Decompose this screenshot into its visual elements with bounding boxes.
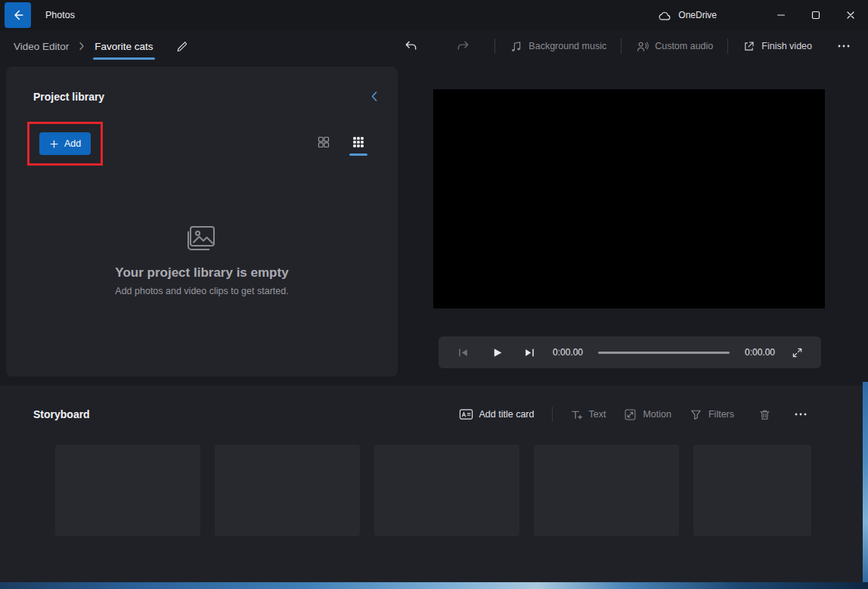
titlebar: Photos OneDrive	[0, 0, 868, 30]
ellipsis-icon	[794, 408, 808, 421]
toolbar-separator	[621, 39, 622, 54]
close-icon	[845, 9, 857, 21]
next-frame-icon	[523, 346, 536, 359]
filters-button[interactable]: Filters	[680, 405, 743, 424]
seek-track	[598, 352, 730, 354]
main-area: Project library Add	[0, 62, 868, 386]
empty-subtitle: Add photos and video clips to get starte…	[115, 286, 288, 296]
trash-icon	[758, 408, 771, 421]
add-title-card-label: Add title card	[479, 409, 535, 420]
custom-audio-label: Custom audio	[655, 41, 713, 51]
close-button[interactable]	[833, 0, 868, 30]
seek-slider[interactable]	[598, 346, 730, 358]
finish-video-label: Finish video	[761, 41, 812, 51]
chevron-left-icon	[370, 91, 378, 102]
project-name[interactable]: Favorite cats	[95, 30, 153, 62]
play-button[interactable]	[485, 343, 510, 362]
storyboard-placeholder	[693, 445, 811, 536]
empty-title: Your project library is empty	[115, 265, 288, 281]
text-label: Text	[589, 409, 606, 420]
back-arrow-icon	[11, 8, 25, 22]
player-bar: 0:00.00 0:00.00	[439, 336, 821, 368]
desktop-wallpaper-strip-right	[863, 382, 868, 582]
view-toggle-small-thumbnails[interactable]	[349, 132, 367, 156]
export-icon	[742, 40, 755, 53]
storyboard-section: Storyboard Add title card Text	[0, 386, 868, 582]
photos-app-window: Photos OneDrive	[0, 0, 868, 582]
motion-label: Motion	[643, 409, 671, 420]
grid-2x2-icon	[317, 135, 330, 149]
plus-icon	[49, 139, 59, 149]
storyboard-toolbar: Add title card Text Motion	[450, 405, 812, 424]
filters-label: Filters	[708, 409, 734, 420]
storyboard-more-button[interactable]	[789, 405, 812, 424]
rename-project-button[interactable]	[172, 37, 191, 56]
desktop-wallpaper-strip-bottom	[0, 582, 868, 589]
video-preview	[433, 89, 825, 308]
redo-icon	[456, 39, 470, 54]
next-frame-button[interactable]	[517, 343, 542, 362]
fullscreen-button[interactable]	[786, 344, 809, 361]
onedrive-status[interactable]: OneDrive	[657, 10, 717, 21]
ellipsis-icon	[837, 39, 851, 53]
motion-button[interactable]: Motion	[615, 405, 680, 424]
add-title-card-button[interactable]: Add title card	[450, 405, 544, 423]
project-name-underline	[93, 57, 154, 60]
previous-frame-button[interactable]	[451, 343, 476, 362]
toolbar-separator	[552, 407, 553, 422]
storyboard-placeholder	[55, 445, 200, 536]
onedrive-label: OneDrive	[678, 10, 717, 20]
view-toggle-large-thumbnails[interactable]	[315, 132, 333, 156]
text-icon	[570, 408, 583, 421]
annotation-highlight: Add	[27, 122, 103, 166]
project-library-title: Project library	[33, 91, 104, 103]
storyboard-title: Storyboard	[33, 408, 90, 420]
grid-3x3-icon	[352, 135, 365, 149]
delete-button[interactable]	[754, 405, 776, 424]
cloud-icon	[657, 10, 672, 21]
minimize-icon	[775, 9, 787, 21]
back-button[interactable]	[5, 2, 31, 28]
background-music-label: Background music	[529, 41, 606, 51]
app-title: Photos	[45, 10, 75, 20]
top-toolbar: Background music Custom audio Finish vid…	[397, 35, 857, 58]
maximize-icon	[810, 9, 822, 21]
background-music-button[interactable]: Background music	[504, 36, 612, 57]
breadcrumb-video-editor[interactable]: Video Editor	[14, 38, 69, 55]
expand-icon	[792, 347, 803, 358]
undo-button[interactable]	[397, 35, 425, 58]
window-controls	[764, 0, 868, 30]
add-button-label: Add	[64, 138, 81, 149]
storyboard-placeholder	[374, 445, 519, 536]
play-icon	[491, 346, 504, 359]
minimize-button[interactable]	[764, 0, 798, 30]
custom-audio-icon	[636, 40, 649, 53]
finish-video-button[interactable]: Finish video	[736, 36, 818, 57]
chevron-right-icon	[79, 42, 85, 51]
elapsed-time: 0:00.00	[553, 347, 583, 358]
storyboard-cards	[0, 445, 868, 536]
project-library-panel: Project library Add	[6, 67, 398, 377]
redo-button[interactable]	[449, 35, 477, 58]
music-note-icon	[510, 40, 522, 53]
motion-icon	[624, 408, 637, 421]
custom-audio-button[interactable]: Custom audio	[630, 36, 719, 57]
toolbar-separator	[727, 39, 728, 54]
storyboard-placeholder	[534, 445, 679, 536]
photo-placeholder-icon	[184, 223, 219, 253]
collapse-panel-button[interactable]	[367, 89, 381, 104]
project-name-label: Favorite cats	[95, 41, 153, 52]
view-toggles	[315, 132, 367, 156]
pencil-icon	[175, 40, 188, 53]
title-card-icon	[459, 408, 473, 420]
command-bar: Video Editor Favorite cats	[0, 30, 868, 62]
filters-icon	[690, 408, 702, 421]
undo-icon	[404, 39, 418, 54]
total-time: 0:00.00	[745, 347, 775, 358]
maximize-button[interactable]	[798, 0, 833, 30]
more-options-button[interactable]	[830, 35, 857, 57]
toolbar-separator	[494, 39, 495, 54]
text-button[interactable]: Text	[561, 405, 615, 424]
add-button[interactable]: Add	[39, 132, 91, 155]
storyboard-placeholder	[215, 445, 360, 536]
